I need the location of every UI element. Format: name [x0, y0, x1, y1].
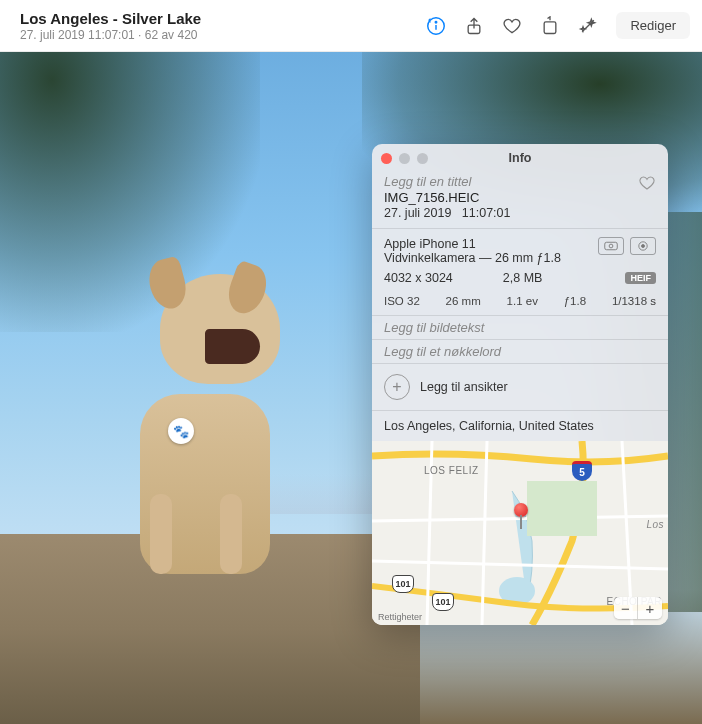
dimensions: 4032 x 3024: [384, 271, 453, 285]
exif-ev: 1.1 ev: [507, 295, 538, 307]
lens-info: Vidvinkelkamera — 26 mm ƒ1.8: [384, 251, 598, 265]
map-label-los: Los: [646, 519, 664, 530]
map-pin-icon: [514, 503, 530, 519]
svg-rect-5: [605, 242, 618, 250]
filename-label: IMG_7156.HEIC: [384, 190, 638, 205]
raw-badge-icon: [598, 237, 624, 255]
caption-field[interactable]: Legg til bildetekst: [384, 320, 656, 335]
map-label-losfeliz: LOS FELIZ: [424, 465, 479, 476]
keyword-field[interactable]: Legg til et nøkkelord: [384, 344, 656, 359]
favorite-button[interactable]: [494, 8, 530, 44]
enhance-button[interactable]: [570, 8, 606, 44]
heart-icon[interactable]: [638, 174, 656, 195]
info-button[interactable]: [418, 8, 454, 44]
map-rights-label[interactable]: Rettigheter: [378, 612, 422, 622]
exif-row: ISO 32 26 mm 1.1 ev ƒ1.8 1/1318 s: [372, 291, 668, 316]
filesize: 2,8 MB: [503, 271, 543, 285]
svg-point-8: [642, 245, 645, 248]
exif-iso: ISO 32: [384, 295, 420, 307]
add-faces-button[interactable]: + Legg til ansikter: [372, 364, 668, 411]
title-field[interactable]: Legg til en tittel: [384, 174, 638, 189]
title-block: Los Angeles - Silver Lake 27. juli 2019 …: [12, 10, 418, 42]
route-101-shield: 101: [432, 593, 454, 611]
route-101-shield: 101: [392, 575, 414, 593]
photo-location-title: Los Angeles - Silver Lake: [20, 10, 418, 27]
map-zoom-in[interactable]: +: [638, 597, 662, 619]
location-text: Los Angeles, California, United States: [372, 411, 668, 441]
rotate-button[interactable]: [532, 8, 568, 44]
edit-button[interactable]: Rediger: [616, 12, 690, 39]
toolbar: Los Angeles - Silver Lake 27. juli 2019 …: [0, 0, 702, 52]
share-button[interactable]: [456, 8, 492, 44]
datetime-label: 27. juli 2019 11:07:01: [384, 206, 638, 220]
panel-titlebar[interactable]: Info: [372, 144, 668, 172]
location-map[interactable]: LOS FELIZ ECHO PAR Los 101 101 5 − + Ret…: [372, 441, 668, 625]
photo-viewer[interactable]: 🐾 Info Legg til en tittel IMG_7156.HEIC …: [0, 52, 702, 724]
exif-shutter: 1/1318 s: [612, 295, 656, 307]
add-faces-label: Legg til ansikter: [420, 380, 508, 394]
zoom-icon: [417, 153, 428, 164]
exif-aperture: ƒ1.8: [564, 295, 586, 307]
camera-model: Apple iPhone 11: [384, 237, 598, 251]
svg-point-6: [609, 244, 613, 248]
svg-rect-4: [545, 21, 557, 33]
photo-subtitle: 27. juli 2019 11:07:01 · 62 av 420: [20, 28, 418, 42]
pet-detection-badge[interactable]: 🐾: [168, 418, 194, 444]
info-panel: Info Legg til en tittel IMG_7156.HEIC 27…: [372, 144, 668, 625]
plus-icon: +: [384, 374, 410, 400]
svg-point-2: [436, 21, 437, 22]
interstate-5-shield: 5: [572, 461, 592, 481]
svg-rect-11: [527, 481, 597, 536]
map-zoom-out[interactable]: −: [614, 597, 638, 619]
minimize-icon: [399, 153, 410, 164]
toolbar-actions: Rediger: [418, 8, 690, 44]
exif-focal: 26 mm: [446, 295, 481, 307]
format-badge: HEIF: [625, 272, 656, 284]
close-icon[interactable]: [381, 153, 392, 164]
live-badge-icon: [630, 237, 656, 255]
